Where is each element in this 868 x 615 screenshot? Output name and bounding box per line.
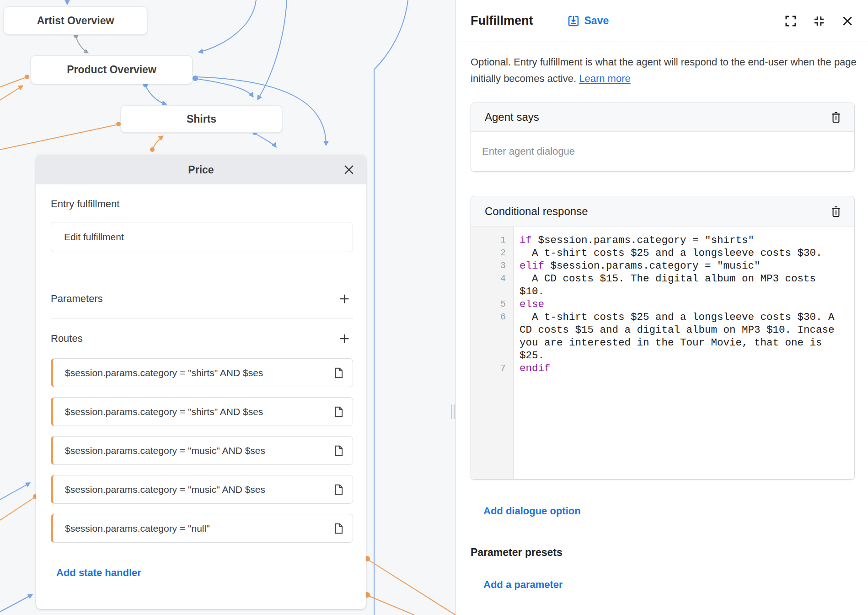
add-route-plus-icon[interactable] xyxy=(338,332,351,345)
line-number: 5 xyxy=(471,298,513,311)
route-item[interactable]: $session.params.category = "shirts" AND … xyxy=(51,397,353,426)
learn-more-link[interactable]: Learn more xyxy=(579,73,631,84)
code-line: 7 endif xyxy=(471,362,854,375)
line-number: 1 xyxy=(471,234,513,247)
parameters-heading: Parameters xyxy=(51,293,103,305)
route-condition: $session.params.category = "music" AND $… xyxy=(65,484,329,495)
conditional-response-editor[interactable]: 1 if $session.params.category = "shirts"… xyxy=(471,227,854,479)
page-copy-icon[interactable] xyxy=(332,405,344,418)
node-artist-overview[interactable]: Artist Overview xyxy=(4,6,147,35)
panel-title: Fulfillment xyxy=(471,14,533,28)
node-artist-overview-label: Artist Overview xyxy=(37,15,114,27)
price-page-card: Price Entry fulfillment Edit fulfillment… xyxy=(36,155,366,609)
code-text: A t-shirt costs $25 and a longsleeve cos… xyxy=(520,247,844,259)
code-text: A t-shirt costs $25 and a longsleeve cos… xyxy=(520,311,844,362)
route-condition: $session.params.category = "shirts" AND … xyxy=(65,367,329,378)
code-line: 6 A t-shirt costs $25 and a longsleeve c… xyxy=(471,311,854,362)
route-item[interactable]: $session.params.category = "shirts" AND … xyxy=(51,358,353,387)
divider xyxy=(51,553,353,553)
panel-resize-handle[interactable] xyxy=(451,405,455,419)
routes-heading: Routes xyxy=(51,333,83,345)
route-item[interactable]: $session.params.category = "music" AND $… xyxy=(51,436,353,465)
route-item[interactable]: $session.params.category = "null" xyxy=(51,514,353,543)
parameter-presets-heading: Parameter presets xyxy=(471,546,868,559)
route-item[interactable]: $session.params.category = "music" AND $… xyxy=(51,475,353,504)
page-copy-icon[interactable] xyxy=(332,367,344,379)
agent-dialogue-field-wrap xyxy=(471,132,854,171)
edit-fulfillment-label: Edit fulfillment xyxy=(64,232,124,243)
save-button-label: Save xyxy=(584,15,609,27)
code-text: else xyxy=(520,298,844,311)
routes-row: Routes xyxy=(51,319,353,358)
code-text: A CD costs $15. The digital album on MP3… xyxy=(520,272,844,298)
add-dialogue-option-link[interactable]: Add dialogue option xyxy=(483,505,581,517)
edit-fulfillment-button[interactable]: Edit fulfillment xyxy=(51,222,353,252)
node-product-overview[interactable]: Product Overview xyxy=(31,55,193,84)
close-icon[interactable] xyxy=(841,14,854,28)
conditional-response-title: Conditional response xyxy=(485,205,588,218)
line-number: 7 xyxy=(471,362,513,375)
code-text: elif $session.params.category = "music" xyxy=(520,259,844,272)
agent-says-title: Agent says xyxy=(485,111,539,124)
flow-canvas[interactable]: Artist Overview Product Overview Shirts … xyxy=(0,0,455,615)
fulfillment-panel: Fulfillment Save xyxy=(455,0,868,615)
line-number: 6 xyxy=(471,311,513,362)
page-copy-icon[interactable] xyxy=(332,444,344,457)
entry-fulfillment-heading: Entry fulfillment xyxy=(51,198,353,210)
panel-description-text: Optional. Entry fulfillment is what the … xyxy=(471,56,857,84)
add-parameter-plus-icon[interactable] xyxy=(338,292,351,306)
code-line: 1 if $session.params.category = "shirts" xyxy=(471,234,854,247)
route-condition: $session.params.category = "null" xyxy=(65,523,329,534)
line-number: 2 xyxy=(471,247,513,259)
fulfillment-panel-header: Fulfillment Save xyxy=(456,0,868,42)
agent-says-card: Agent says xyxy=(471,102,855,172)
node-product-overview-label: Product Overview xyxy=(67,64,156,76)
add-state-handler-link[interactable]: Add state handler xyxy=(56,567,141,579)
line-number: 4 xyxy=(471,272,513,298)
fullscreen-icon[interactable] xyxy=(784,14,798,28)
save-button[interactable]: Save xyxy=(567,15,609,27)
route-condition: $session.params.category = "shirts" AND … xyxy=(65,406,329,417)
code-text: if $session.params.category = "shirts" xyxy=(520,234,844,247)
conditional-response-card: Conditional response 1 if $session.param… xyxy=(471,196,855,480)
code-line: 4 A CD costs $15. The digital album on M… xyxy=(471,272,854,298)
page-copy-icon[interactable] xyxy=(332,522,344,535)
save-icon xyxy=(567,15,580,27)
code-text: endif xyxy=(520,362,844,375)
page-copy-icon[interactable] xyxy=(332,483,344,496)
fullscreen-exit-icon[interactable] xyxy=(812,14,826,28)
routes-list: $session.params.category = "shirts" AND … xyxy=(51,358,353,543)
price-card-header[interactable]: Price xyxy=(36,155,366,184)
code-line: 2 A t-shirt costs $25 and a longsleeve c… xyxy=(471,247,854,259)
price-close-icon[interactable] xyxy=(342,163,356,177)
agent-dialogue-input[interactable] xyxy=(482,146,843,157)
node-shirts[interactable]: Shirts xyxy=(121,105,282,133)
panel-description: Optional. Entry fulfillment is what the … xyxy=(471,54,859,87)
delete-conditional-response-icon[interactable] xyxy=(830,205,842,218)
add-a-parameter-link[interactable]: Add a parameter xyxy=(483,579,563,591)
delete-agent-says-icon[interactable] xyxy=(830,111,842,124)
node-shirts-label: Shirts xyxy=(187,113,216,125)
agent-says-header: Agent says xyxy=(471,103,854,132)
route-condition: $session.params.category = "music" AND $… xyxy=(65,445,329,456)
code-line: 5 else xyxy=(471,298,854,311)
price-card-title: Price xyxy=(188,164,214,176)
parameters-row: Parameters xyxy=(51,279,353,318)
conditional-response-header: Conditional response xyxy=(471,196,854,227)
code-line: 3 elif $session.params.category = "music… xyxy=(471,259,854,272)
line-number: 3 xyxy=(471,259,513,272)
